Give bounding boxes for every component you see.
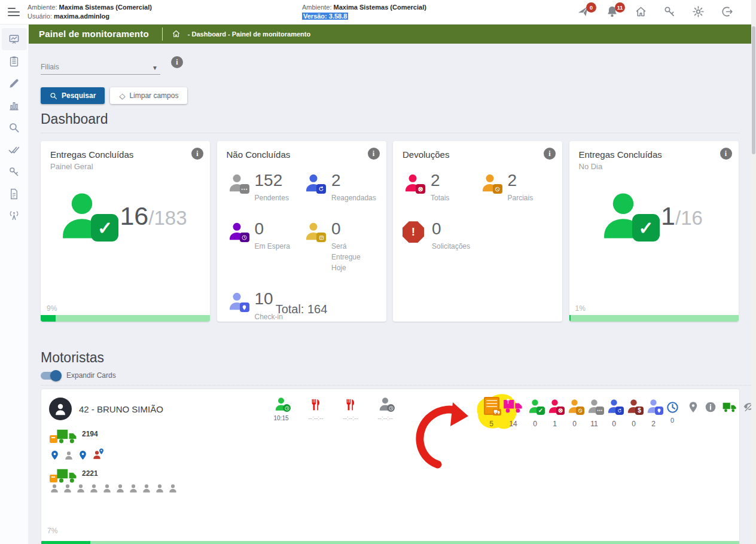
person-icon[interactable]: [89, 484, 99, 493]
driver-card: 42 - BRUNO SIMIÃO 10:15 --:--:-- --:--:-…: [41, 389, 740, 544]
person-rescheduled-icon: [303, 173, 324, 193]
notifications-bell-icon[interactable]: 11: [606, 5, 618, 18]
info-icon[interactable]: [705, 401, 717, 413]
alert-octagon-icon: !: [403, 221, 424, 243]
card-subtitle: No Dia: [579, 162, 729, 171]
counter-return-total[interactable]: ⊗ 1: [545, 396, 565, 428]
driver-name: 42 - BRUNO SIMIÃO: [79, 404, 163, 414]
person-icon[interactable]: [50, 484, 59, 493]
announcements-icon[interactable]: 0: [577, 5, 590, 18]
breadcrumb: - Dashboard - Painel de monitoramento: [188, 30, 310, 38]
divider: [41, 133, 740, 133]
sidebar-item-aprovacoes[interactable]: [2, 139, 27, 161]
card-title: Entregas Concluídas: [50, 149, 200, 160]
person-icon[interactable]: [115, 484, 125, 493]
person-icon[interactable]: [76, 484, 86, 493]
card-info-icon[interactable]: i: [544, 148, 556, 160]
person-icon[interactable]: [168, 484, 178, 493]
arrow-annotation: [399, 398, 483, 475]
card-info-icon[interactable]: i: [191, 148, 203, 160]
person-icon[interactable]: [142, 484, 151, 493]
document-icon: [8, 188, 20, 200]
sidebar-item-permissoes[interactable]: [2, 161, 27, 183]
person-icon[interactable]: [64, 451, 74, 460]
pin-icon[interactable]: [50, 450, 60, 461]
motoristas-title: Motoristas: [41, 350, 751, 366]
person-pending-icon: ⋯: [227, 173, 247, 193]
card-info-icon[interactable]: i: [720, 148, 732, 160]
filiais-select[interactable]: Filiais ▼: [41, 56, 160, 75]
ambiente-label: Ambiente:: [28, 4, 57, 11]
driver-progress-label: 7%: [47, 527, 57, 535]
person-icon[interactable]: [155, 484, 164, 493]
menu-toggle-icon[interactable]: [8, 5, 22, 19]
counter-pending[interactable]: ⋯ 11: [584, 396, 604, 428]
card-title: Devoluções: [403, 149, 553, 160]
truck-icon[interactable]: [722, 401, 737, 414]
person-return-total-icon: ⊗: [547, 398, 563, 414]
person-with-pin-icon[interactable]: [92, 450, 103, 461]
counter-invoices[interactable]: 5: [481, 396, 501, 428]
expandir-cards-toggle[interactable]: [41, 372, 60, 380]
pesquisar-button[interactable]: Pesquisar: [41, 87, 105, 104]
person-checkin-icon: [645, 398, 662, 414]
sidebar-item-torre-controle[interactable]: [2, 205, 27, 227]
progress-percent-label: 1%: [575, 304, 586, 313]
time-meal-end[interactable]: --:--:--: [333, 396, 368, 421]
truck-icon: [50, 466, 78, 485]
sidebar-item-monitoramento[interactable]: [2, 28, 27, 50]
counter-clock[interactable]: 0: [663, 396, 681, 424]
card-info-icon[interactable]: i: [368, 148, 380, 160]
antenna-icon: [8, 210, 20, 222]
sidebar-item-edicao[interactable]: [2, 72, 27, 94]
counter-checkin[interactable]: 2: [644, 396, 663, 428]
card-title: Não Concluídas: [227, 149, 377, 160]
sidebar-item-romaneios[interactable]: [2, 50, 27, 72]
ambiente-value: Maxima Sistemas (Comercial): [334, 4, 426, 11]
filiais-placeholder: Filiais: [41, 63, 59, 71]
scrollbar-thumb[interactable]: [752, 26, 755, 154]
usuario-value: maxima.adminlog: [54, 13, 109, 20]
versao-highlighted: Versão: 3.58.8: [302, 13, 348, 20]
search-icon: [50, 92, 57, 100]
progress-bar: [41, 315, 210, 322]
person-pending-icon: ⋯: [586, 398, 602, 414]
person-icon[interactable]: [129, 484, 138, 493]
counter-payment[interactable]: $ 0: [624, 396, 644, 428]
time-start[interactable]: 10:15: [264, 396, 298, 421]
person-icon[interactable]: [63, 484, 72, 493]
time-meal-start[interactable]: --:--:--: [298, 396, 333, 421]
key-icon[interactable]: [663, 5, 676, 18]
limpar-campos-button[interactable]: ◇ Limpar campos: [110, 87, 187, 104]
card-nao-concluidas: Não Concluídas i ⋯ 152 Pendentes 2 Reage…: [217, 141, 386, 322]
counter-in-transit[interactable]: ⇡ 14: [501, 396, 525, 428]
settings-gear-icon[interactable]: [692, 5, 705, 18]
sidebar-item-relatorios[interactable]: [2, 183, 27, 205]
monitor-chart-icon: [8, 33, 20, 45]
total-label: Total: 164: [217, 302, 386, 316]
sidebar-item-pesquisa[interactable]: [2, 117, 27, 139]
counter-rescheduled[interactable]: 0: [604, 396, 624, 428]
main-content: Filiais ▼ i Pesquisar ◇ Limpar campos Da…: [29, 44, 751, 544]
sidebar-item-graficos[interactable]: [2, 94, 27, 117]
logout-icon[interactable]: [721, 5, 733, 18]
breadcrumb-home-icon[interactable]: [172, 29, 181, 38]
counter-return-partial[interactable]: 0: [565, 396, 584, 428]
counter-delivered[interactable]: ✓ 0: [525, 396, 545, 428]
pin-icon[interactable]: [687, 401, 699, 413]
home-icon[interactable]: [635, 5, 647, 18]
person-return-total-icon: ⊗: [403, 173, 423, 193]
pin-icon[interactable]: [78, 450, 88, 461]
time-end[interactable]: --:--:--: [368, 396, 403, 421]
driver-avatar[interactable]: [49, 398, 72, 420]
usuario-label: Usuário:: [28, 13, 52, 20]
filiais-info-icon[interactable]: i: [171, 56, 183, 68]
ambiente-value: Maxima Sistemas (Comercial): [59, 4, 152, 11]
person-delivered-icon: ✓: [596, 189, 650, 243]
stat-sera-entregue-hoje: 0 Será Entregue Hoje: [303, 221, 377, 273]
vehicle-row[interactable]: 2221: [50, 466, 98, 485]
vehicle-row[interactable]: 2194: [50, 426, 98, 446]
person-return-partial-icon: [566, 398, 583, 414]
person-icon[interactable]: [102, 484, 112, 493]
clipboard-icon: [8, 56, 20, 67]
